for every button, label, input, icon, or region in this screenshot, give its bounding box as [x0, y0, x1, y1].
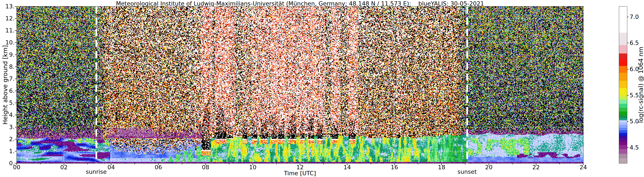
y-tick-mark	[15, 18, 17, 19]
colorbar-tick-label: 6.5	[630, 40, 644, 46]
gridline-vertical	[64, 7, 64, 163]
colorbar-segment	[619, 108, 627, 111]
y-tick-mark	[15, 67, 17, 67]
x-minor-tick-mark	[182, 163, 182, 164]
x-tick-label: 24	[575, 164, 592, 170]
gridline-vertical	[205, 7, 206, 163]
colorbar-segment	[619, 111, 627, 115]
colorbar-tick-mark	[627, 17, 628, 17]
colorbar-segment	[619, 66, 627, 73]
x-tick-label: 06	[150, 164, 167, 170]
x-minor-tick-mark	[40, 163, 40, 164]
plot-area	[16, 6, 584, 163]
colorbar-segment	[619, 133, 627, 135]
x-minor-tick-mark	[465, 163, 466, 164]
gridline-vertical	[300, 7, 300, 163]
colorbar-segment	[619, 73, 627, 81]
colorbar-segment	[619, 125, 627, 128]
y-tick-label: 2.	[0, 136, 14, 142]
y-tick-label: 5.	[0, 100, 14, 106]
y-tick-label: 12.	[0, 15, 14, 22]
gridline-vertical	[111, 7, 111, 163]
gridline-vertical	[158, 7, 158, 163]
x-tick-label: 14	[339, 164, 356, 170]
y-tick-mark	[15, 79, 17, 79]
y-tick-mark	[15, 6, 17, 7]
colorbar-segment	[619, 122, 627, 125]
colorbar-label: log(rc-signal) @ 1064 nm	[637, 47, 644, 123]
y-tick-label: 8.	[0, 64, 14, 70]
sunset-line	[466, 7, 468, 163]
y-tick-label: 13.	[0, 3, 14, 10]
x-tick-label: 02	[55, 164, 72, 170]
colorbar-tick-mark	[627, 43, 628, 43]
colorbar-segment	[619, 118, 627, 120]
colorbar-segment	[619, 120, 627, 122]
y-tick-mark	[15, 115, 17, 115]
gridline-vertical	[442, 7, 442, 163]
colorbar-tick-mark	[627, 95, 628, 96]
x-minor-tick-mark	[324, 163, 324, 164]
x-tick-label: 08	[197, 164, 214, 170]
sunset-label: sunset	[450, 168, 484, 175]
sunrise-line	[96, 7, 97, 163]
colorbar-segment	[619, 95, 627, 99]
colorbar-segment	[619, 145, 627, 149]
colorbar-tick-label: 4.5	[630, 144, 644, 151]
chart-title: Meteorological Institute of Ludwig-Maxim…	[16, 0, 584, 7]
x-minor-tick-mark	[87, 163, 88, 164]
sunrise-label: sunrise	[79, 168, 114, 175]
x-tick-label: 16	[386, 164, 403, 170]
figure: Meteorological Institute of Ludwig-Maxim…	[0, 0, 644, 177]
colorbar-segment	[619, 138, 627, 141]
gridline-vertical	[536, 7, 536, 163]
x-tick-label: 18	[433, 164, 450, 170]
y-tick-mark	[15, 127, 17, 127]
x-tick-label: 22	[528, 164, 545, 170]
gridline-vertical	[347, 7, 348, 163]
x-minor-tick-mark	[370, 163, 371, 164]
x-minor-tick-mark	[560, 163, 560, 164]
y-tick-mark	[15, 30, 17, 31]
colorbar-tick-mark	[627, 147, 628, 148]
y-tick-label: 10.	[0, 39, 14, 46]
gridline-vertical	[394, 7, 395, 163]
colorbar	[619, 6, 627, 163]
colorbar-segment	[619, 33, 627, 45]
colorbar-segment	[619, 54, 627, 59]
x-tick-label: 12	[292, 164, 308, 170]
x-minor-tick-mark	[229, 163, 230, 164]
y-tick-label: 11.	[0, 27, 14, 34]
x-minor-tick-mark	[418, 163, 418, 164]
x-tick-label: 10	[244, 164, 262, 170]
y-tick-label: 9.	[0, 52, 14, 58]
y-tick-mark	[15, 151, 17, 151]
colorbar-segment	[619, 128, 627, 130]
x-minor-tick-mark	[134, 163, 135, 164]
y-tick-mark	[15, 163, 17, 163]
colorbar-segment	[619, 59, 627, 66]
colorbar-segment	[619, 130, 627, 133]
x-axis-label: Time [UTC]	[268, 170, 332, 176]
colorbar-segment	[619, 149, 627, 154]
colorbar-segment	[619, 154, 627, 158]
colorbar-segment	[619, 135, 627, 138]
y-tick-label: 6.	[0, 88, 14, 94]
colorbar-segment	[619, 104, 627, 108]
colorbar-segment	[619, 81, 627, 88]
colorbar-tick-label: 7.0	[630, 14, 644, 21]
colorbar-tick-mark	[627, 121, 628, 122]
colorbar-segment	[619, 158, 627, 163]
colorbar-segment	[619, 115, 627, 118]
y-tick-label: 1.	[0, 148, 14, 154]
y-tick-mark	[15, 55, 17, 55]
colorbar-segment	[619, 7, 627, 33]
colorbar-segment	[619, 141, 627, 145]
colorbar-segment	[619, 99, 627, 104]
y-tick-label: 4.	[0, 112, 14, 118]
x-minor-tick-mark	[512, 163, 513, 164]
gridline-vertical	[252, 7, 253, 163]
colorbar-tick-mark	[627, 69, 628, 69]
y-tick-label: 0.	[0, 160, 14, 166]
y-tick-mark	[15, 42, 17, 43]
